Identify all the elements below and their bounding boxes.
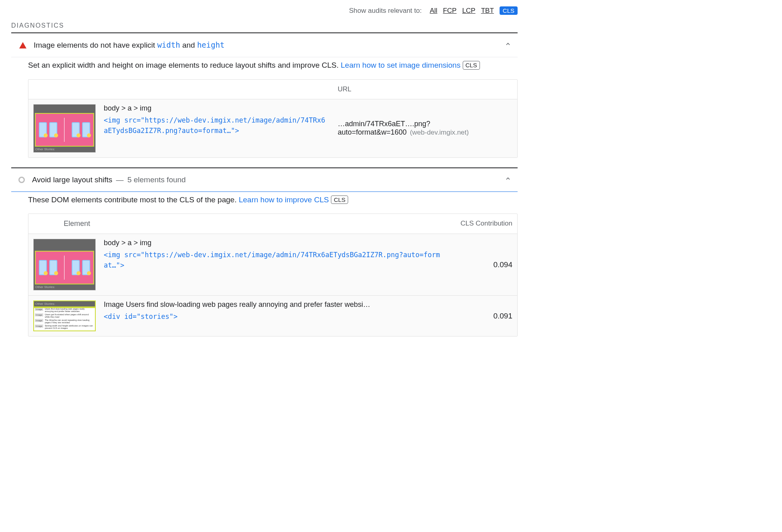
cls-value: 0.094 (445, 234, 517, 295)
filter-all[interactable]: All (430, 7, 437, 15)
filter-bar: Show audits relevant to: All FCP LCP TBT… (11, 4, 518, 22)
element-thumbnail: Other Stories: (33, 239, 96, 290)
element-path: Image Users find slow-loading web pages … (104, 300, 440, 309)
cls-badge: CLS (463, 61, 480, 70)
code-token-height: height (197, 40, 225, 49)
thumb-caption: Other Stories: (34, 146, 95, 152)
cls-value: 0.091 (445, 296, 517, 336)
cls-badge: CLS (331, 195, 348, 204)
learn-link[interactable]: Learn how to set image dimensions (341, 61, 461, 69)
audit-header-image-dimensions[interactable]: Image elements do not have explicit widt… (11, 33, 518, 57)
element-snippet: <img src="https://web-dev.imgix.net/imag… (104, 250, 440, 271)
filter-label: Show audits relevant to: (349, 7, 421, 15)
audit-title: Avoid large layout shifts — 5 elements f… (32, 175, 498, 184)
audit-description: Set an explicit width and height on imag… (28, 57, 518, 79)
learn-link[interactable]: Learn how to improve CLS (239, 195, 329, 204)
code-token-width: width (157, 40, 180, 49)
column-cls-contribution: CLS Contribution (445, 214, 517, 234)
audit-description: These DOM elements contribute most to th… (28, 192, 518, 214)
column-url: URL (333, 80, 517, 99)
audit-title-text: Image elements do not have explicit (34, 41, 157, 49)
audit-header-layout-shifts[interactable]: Avoid large layout shifts — 5 elements f… (11, 168, 518, 191)
chevron-up-icon (505, 41, 511, 49)
thumb-caption: Other Stories: (34, 284, 95, 290)
audit-title-text: Avoid large layout shifts (32, 175, 112, 184)
element-snippet: <div id="stories"> (104, 311, 440, 322)
diagnostics-heading: DIAGNOSTICS (11, 22, 518, 32)
audit-body: These DOM elements contribute most to th… (11, 192, 518, 347)
table-header: Element CLS Contribution (28, 214, 517, 234)
audit-count: 5 elements found (127, 175, 186, 184)
audit-table: Element CLS Contribution Other Stories: (28, 214, 518, 337)
chevron-up-icon (505, 175, 511, 184)
warning-triangle-icon (19, 42, 26, 48)
element-thumbnail: Other Stories: ImageUsers find slow-load… (33, 300, 96, 331)
element-path: body > a > img (104, 104, 328, 113)
audit-table: URL Other Stories: body > a > i (28, 79, 518, 158)
table-row: Other Stories: ImageUsers find slow-load… (28, 295, 517, 336)
table-row: Other Stories: body > a > img <img src="… (28, 234, 517, 295)
element-path: body > a > img (104, 239, 440, 247)
element-snippet: <img src="https://web-dev.imgix.net/imag… (104, 115, 328, 136)
dash: — (115, 175, 125, 184)
filter-fcp[interactable]: FCP (443, 7, 457, 15)
desc-text: Set an explicit width and height on imag… (28, 61, 341, 69)
desc-text: These DOM elements contribute most to th… (28, 195, 239, 204)
url-host: (web-dev.imgix.net) (410, 129, 469, 136)
table-header: URL (28, 80, 517, 99)
neutral-circle-icon (18, 177, 25, 183)
audit-title: Image elements do not have explicit widt… (34, 40, 498, 50)
filter-tbt[interactable]: TBT (481, 7, 494, 15)
element-thumbnail: Other Stories: (33, 104, 96, 153)
column-element: Element (64, 220, 90, 228)
thumb-caption: Other Stories: (34, 301, 95, 307)
filter-lcp[interactable]: LCP (462, 7, 476, 15)
audit-body: Set an explicit width and height on imag… (11, 57, 518, 167)
filter-cls[interactable]: CLS (500, 6, 518, 15)
audit-title-mid: and (180, 41, 197, 49)
table-row: Other Stories: body > a > img <img src="… (28, 99, 517, 157)
